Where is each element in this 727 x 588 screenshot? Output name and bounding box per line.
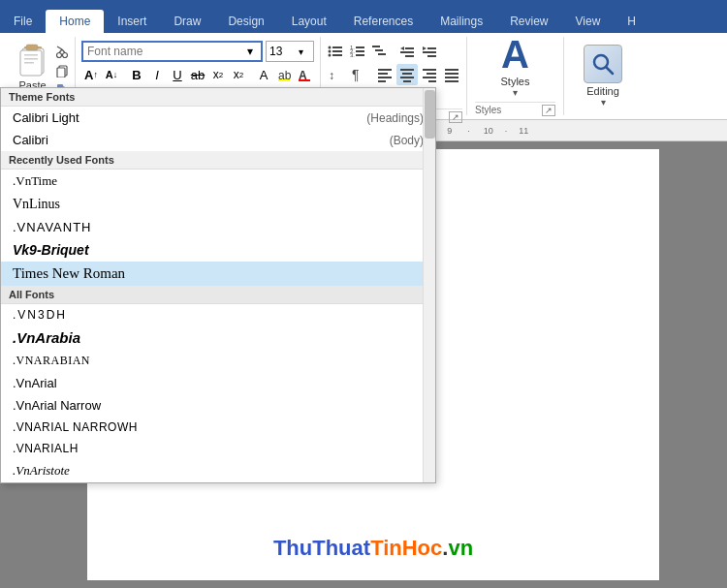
font-size-dropdown-arrow[interactable]: ▾ [299, 46, 310, 57]
paragraph-row1: 1.2.3. [325, 41, 462, 62]
font-dropdown-arrow[interactable]: ▾ [242, 43, 257, 60]
font-item-vnarialh[interactable]: .VNARIALH [1, 438, 435, 459]
align-right-button[interactable] [419, 64, 440, 85]
tab-bar: File Home Insert Draw Design Layout Refe… [0, 0, 727, 33]
font-name-box[interactable]: ▾ [81, 41, 263, 62]
tab-view[interactable]: View [562, 10, 615, 33]
svg-rect-13 [57, 68, 65, 77]
font-panel-scrollbar-thumb[interactable] [425, 90, 435, 139]
font-item-vnAristote-name: .VnAristote [13, 463, 70, 479]
multilevel-list-button[interactable] [369, 41, 391, 62]
cut-button[interactable] [53, 45, 71, 60]
svg-rect-48 [378, 77, 392, 78]
font-item-times-new-roman[interactable]: Times New Roman [1, 262, 435, 286]
font-item-vnlinus[interactable]: VnLinus [1, 193, 435, 216]
font-item-vnnarrowh[interactable]: .VNARIAL NARROWH [1, 417, 435, 438]
paragraph-row2: ↕ ¶ [325, 64, 462, 85]
copy-button[interactable] [53, 63, 71, 78]
align-center-button[interactable] [396, 64, 418, 85]
font-size-input[interactable] [269, 45, 299, 58]
svg-rect-22 [332, 46, 342, 48]
copy-icon [55, 64, 69, 77]
editing-dropdown-arrow[interactable]: ▾ [601, 97, 606, 108]
italic-button[interactable]: I [147, 65, 167, 84]
decrease-indent-button[interactable] [396, 41, 418, 62]
tab-draw[interactable]: Draw [160, 10, 214, 33]
tab-review[interactable]: Review [496, 10, 561, 33]
svg-rect-41 [427, 47, 436, 49]
tab-h[interactable]: H [614, 10, 649, 33]
font-item-vnarabian[interactable]: .VNARABIAN [1, 350, 435, 372]
font-item-vntime[interactable]: .VnTime [1, 170, 435, 193]
font-item-vnnarrow[interactable]: .VnArial Narrow [1, 394, 435, 417]
svg-rect-42 [423, 51, 436, 53]
styles-label-row: Styles ↗ [475, 102, 555, 118]
font-item-vk9[interactable]: Vk9-Briquet [1, 238, 435, 262]
font-item-vntime-name: .VnTime [13, 173, 57, 189]
bullet-list-button[interactable] [325, 41, 346, 62]
sort-button[interactable]: ↕ [325, 64, 346, 85]
text-effects-button[interactable]: A [254, 65, 273, 84]
editing-group: Editing ▾ [564, 37, 642, 115]
font-item-calibri-name: Calibri [13, 133, 48, 147]
sort-icon: ↕ [327, 66, 344, 83]
paste-button[interactable]: Paste [13, 41, 53, 93]
superscript-button[interactable]: x2 [229, 65, 248, 84]
font-item-vn3dh-name: .VN3DH [13, 308, 67, 322]
font-name-input[interactable] [87, 45, 242, 58]
styles-A-icon[interactable]: A [501, 35, 529, 74]
tab-insert[interactable]: Insert [104, 10, 160, 33]
justify-button[interactable] [441, 64, 462, 85]
subscript-button[interactable]: x2 [208, 65, 228, 84]
paragraph-dialog-launcher[interactable]: ↗ [449, 111, 462, 123]
font-panel-inner: Theme Fonts Calibri Light (Headings) Cal… [1, 88, 435, 482]
tab-file[interactable]: File [0, 10, 46, 33]
font-item-vnarabia[interactable]: .VnArabia [1, 325, 435, 350]
editing-content: Editing ▾ [584, 45, 622, 108]
font-item-vnlinus-name: VnLinus [13, 197, 60, 212]
font-item-calibri-light[interactable]: Calibri Light (Headings) [1, 107, 435, 129]
svg-rect-61 [445, 80, 458, 82]
font-panel-scrollbar[interactable] [423, 88, 435, 482]
strikethrough-button[interactable]: ab [188, 65, 207, 84]
font-item-vnavanth[interactable]: .VNAVANTH [1, 216, 435, 238]
font-item-vnarabia-name: .VnArabia [13, 329, 80, 346]
tab-design[interactable]: Design [214, 10, 277, 33]
bold-button[interactable]: B [127, 65, 146, 84]
decrease-indent-icon [398, 43, 416, 60]
tab-layout[interactable]: Layout [278, 10, 340, 33]
styles-dropdown[interactable]: ▾ [513, 87, 518, 98]
increase-font-button[interactable]: A↑ [81, 65, 101, 84]
font-item-calibri[interactable]: Calibri (Body) [1, 129, 435, 151]
align-left-button[interactable] [374, 64, 395, 85]
font-item-vnAristote[interactable]: .VnAristote [1, 459, 435, 482]
highlight-button[interactable]: ab [274, 65, 294, 84]
font-item-vnarial[interactable]: .VnArial [1, 372, 435, 394]
increase-indent-button[interactable] [419, 41, 440, 62]
find-button[interactable] [584, 45, 622, 83]
ruler-mark-20: 11 [519, 126, 528, 136]
styles-dialog-launcher[interactable]: ↗ [542, 105, 555, 116]
svg-rect-39 [405, 55, 414, 57]
svg-point-23 [329, 50, 332, 53]
font-item-calibri-light-tag: (Headings) [366, 111, 424, 125]
tab-references[interactable]: References [340, 10, 427, 33]
align-right-icon [421, 66, 438, 83]
font-item-vn3dh[interactable]: .VN3DH [1, 304, 435, 325]
watermark-thu: Thu [273, 536, 312, 560]
tab-home[interactable]: Home [46, 10, 104, 33]
svg-text:3.: 3. [350, 52, 355, 58]
svg-rect-32 [356, 54, 364, 56]
underline-button[interactable]: U [168, 65, 187, 84]
svg-rect-26 [332, 54, 342, 56]
decrease-font-button[interactable]: A↓ [102, 65, 121, 84]
font-item-vk9-name: Vk9-Briquet [13, 242, 89, 258]
tab-mailings[interactable]: Mailings [427, 10, 496, 33]
numbered-list-button[interactable]: 1.2.3. [347, 41, 368, 62]
svg-rect-56 [423, 77, 436, 78]
show-marks-button[interactable]: ¶ [347, 64, 368, 85]
font-color-button[interactable]: A [295, 65, 314, 84]
svg-rect-46 [378, 69, 392, 71]
justify-icon [443, 66, 460, 83]
styles-content: A Styles ▾ [501, 35, 530, 98]
